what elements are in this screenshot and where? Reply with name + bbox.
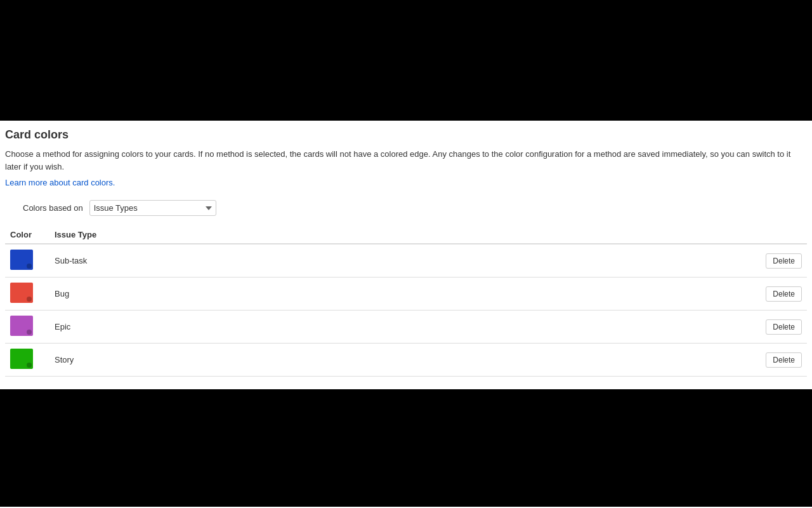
color-swatch-cell: [5, 344, 49, 377]
learn-more-link[interactable]: Learn more about card colors.: [5, 178, 807, 187]
delete-cell: Delete: [452, 311, 807, 344]
delete-cell: Delete: [452, 277, 807, 311]
page-title: Card colors: [5, 128, 807, 142]
col-header-issue-type: Issue Type: [49, 226, 452, 244]
bottom-black-bar: [0, 389, 812, 507]
issue-type-cell: Bug: [49, 277, 452, 311]
color-swatch[interactable]: [10, 349, 33, 369]
color-swatch-cell: [5, 244, 49, 277]
colors-based-on-select[interactable]: Issue TypesAssigneesPrioritiesNone: [89, 200, 216, 216]
table-row: EpicDelete: [5, 311, 807, 344]
color-table: Color Issue Type Sub-taskDeleteBugDelete…: [5, 226, 807, 377]
color-swatch[interactable]: [10, 283, 33, 303]
colors-based-on-label: Colors based on: [23, 203, 83, 213]
color-swatch[interactable]: [10, 250, 33, 270]
color-swatch-cell: [5, 277, 49, 311]
description-text: Choose a method for assigning colors to …: [5, 148, 807, 173]
delete-button[interactable]: Delete: [766, 286, 802, 302]
color-swatch-cell: [5, 311, 49, 344]
delete-button[interactable]: Delete: [766, 319, 802, 335]
delete-button[interactable]: Delete: [766, 352, 802, 368]
col-header-color: Color: [5, 226, 49, 244]
color-swatch[interactable]: [10, 316, 33, 336]
table-row: BugDelete: [5, 277, 807, 311]
top-black-bar: [0, 0, 812, 121]
delete-cell: Delete: [452, 244, 807, 277]
delete-button[interactable]: Delete: [766, 253, 802, 269]
delete-cell: Delete: [452, 344, 807, 377]
table-header-row: Color Issue Type: [5, 226, 807, 244]
issue-type-cell: Epic: [49, 311, 452, 344]
colors-based-on-row: Colors based on Issue TypesAssigneesPrio…: [5, 200, 807, 216]
issue-type-cell: Story: [49, 344, 452, 377]
table-row: Sub-taskDelete: [5, 244, 807, 277]
main-content: Card colors Choose a method for assignin…: [0, 121, 812, 389]
table-row: StoryDelete: [5, 344, 807, 377]
issue-type-cell: Sub-task: [49, 244, 452, 277]
col-header-action: [452, 226, 807, 244]
